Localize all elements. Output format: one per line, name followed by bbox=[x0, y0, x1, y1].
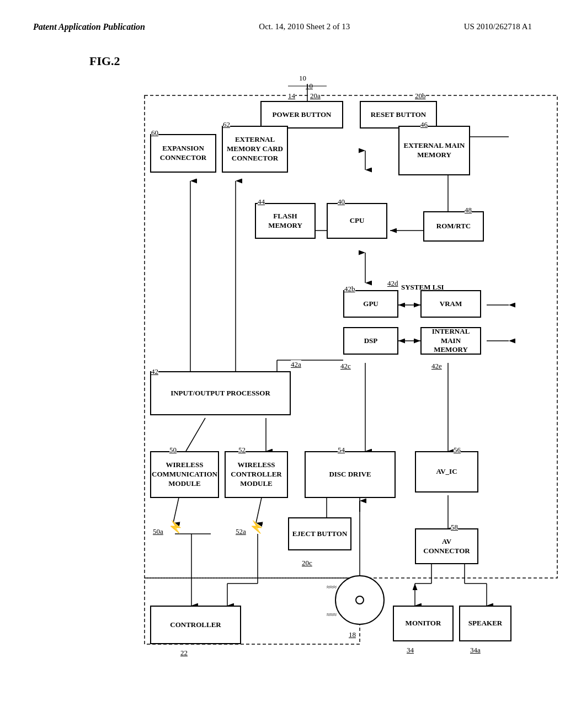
ref-42a: 42a bbox=[291, 360, 301, 369]
svg-line-23 bbox=[173, 495, 179, 523]
svg-line-19 bbox=[186, 418, 205, 451]
ref-42c: 42c bbox=[340, 362, 351, 371]
io-processor-box: INPUT/OUTPUT PROCESSOR bbox=[150, 371, 291, 415]
eject-button-box: EJECT BUTTON bbox=[288, 517, 351, 550]
ref-50a: 50a bbox=[153, 527, 163, 536]
ref-14: 14 bbox=[288, 92, 295, 100]
vram-box: VRAM bbox=[420, 290, 481, 318]
disc-detail-top: ≈≈≈ bbox=[327, 584, 337, 590]
av-ic-box: AV_IC bbox=[415, 451, 478, 493]
ref-58: 58 bbox=[451, 523, 458, 532]
ref-42: 42 bbox=[151, 367, 158, 376]
ref-42b: 42b bbox=[344, 285, 355, 293]
av-connector-box: AV CONNECTOR bbox=[415, 528, 478, 564]
ref-18: 18 bbox=[349, 630, 356, 639]
ref-42e: 42e bbox=[431, 362, 442, 371]
ref-52a: 52a bbox=[236, 527, 246, 536]
disc-drive-box: DISC DRIVE bbox=[305, 451, 396, 498]
flash-memory-box: FLASH MEMORY bbox=[255, 203, 316, 239]
ref-48: 48 bbox=[465, 206, 472, 215]
optical-disc-icon bbox=[335, 575, 385, 625]
patent-header-left: Patent Application Publication bbox=[33, 22, 145, 32]
ref-34a: 34a bbox=[470, 646, 481, 655]
internal-main-memory-box: INTERNAL MAIN MEMORY bbox=[420, 327, 481, 355]
gpu-box: GPU bbox=[343, 290, 398, 318]
controller-box: CONTROLLER bbox=[150, 606, 241, 644]
svg-line-24 bbox=[256, 495, 262, 523]
ref-54: 54 bbox=[338, 446, 345, 454]
disc-detail-bottom: ≈≈≈ bbox=[327, 611, 337, 618]
dsp-box: DSP bbox=[343, 327, 398, 355]
speaker-box: SPEAKER bbox=[459, 606, 511, 641]
monitor-box: MONITOR bbox=[393, 606, 454, 641]
antenna-50a-icon: ⚡ bbox=[168, 520, 183, 534]
rom-rtc-box: ROM/RTC bbox=[423, 211, 484, 242]
ref-44: 44 bbox=[258, 197, 265, 206]
patent-header-center: Oct. 14, 2010 Sheet 2 of 13 bbox=[259, 22, 350, 31]
external-memory-card-box: EXTERNAL MEMORY CARD CONNECTOR bbox=[222, 126, 288, 173]
ref-20c: 20c bbox=[302, 559, 312, 568]
ref-46: 46 bbox=[420, 120, 428, 129]
wireless-comm-box: WIRELESS COMMUNICATION MODULE bbox=[150, 451, 219, 498]
power-button-box: POWER BUTTON bbox=[260, 101, 343, 129]
ref-34: 34 bbox=[407, 646, 414, 655]
ref-22: 22 bbox=[180, 649, 188, 657]
ref-60: 60 bbox=[151, 129, 158, 137]
ref-20a: 20a bbox=[310, 92, 321, 100]
ref-42d: 42d bbox=[387, 279, 398, 288]
ref-20b: 20b bbox=[415, 92, 426, 100]
ref-50: 50 bbox=[169, 446, 177, 454]
external-main-memory-box: EXTERNAL MAIN MEMORY bbox=[398, 126, 470, 175]
cpu-box: CPU bbox=[327, 203, 387, 239]
expansion-connector-box: EXPANSION CONNECTOR bbox=[150, 134, 216, 173]
ref-56: 56 bbox=[454, 446, 461, 454]
ref-62: 62 bbox=[223, 120, 230, 129]
wireless-ctrl-box: WIRELESS CONTROLLER MODULE bbox=[225, 451, 288, 498]
ref-40: 40 bbox=[338, 197, 345, 206]
antenna-52a-icon: ⚡ bbox=[249, 520, 264, 534]
ref-52: 52 bbox=[238, 446, 246, 454]
figure-label: FIG.2 bbox=[89, 54, 120, 68]
patent-header-right: US 2010/262718 A1 bbox=[464, 22, 532, 31]
